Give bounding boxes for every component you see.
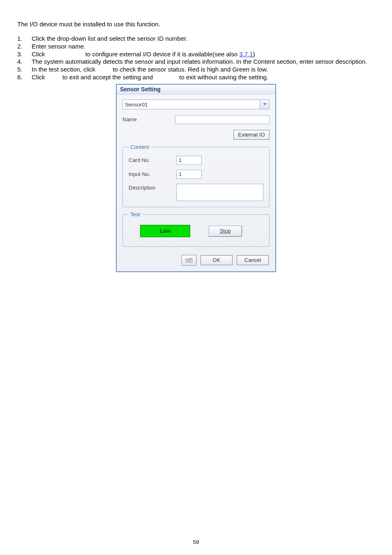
test-group: Test Low Stop: [122, 211, 270, 247]
step-number: 3.: [17, 51, 32, 58]
step-number: 5.: [17, 66, 32, 74]
test-legend: Test: [129, 211, 142, 217]
step-text-b: to check the sensor status. Red is high …: [111, 66, 268, 73]
step-text: Click to configure external I/O device i…: [32, 51, 375, 58]
cancel-button[interactable]: Cancel: [237, 255, 269, 265]
step-4: 4. The system automatically detects the …: [17, 58, 375, 66]
page-number: 59: [0, 539, 392, 545]
step-text-a: Click: [32, 74, 47, 81]
sensor-setting-dialog: Sensor Setting Sensor01 Name External IO: [116, 84, 276, 272]
content-legend: Content: [129, 144, 151, 150]
external-io-button[interactable]: External IO: [233, 130, 270, 140]
dropdown-button[interactable]: [260, 99, 270, 109]
step-text: Click the drop-down list and select the …: [32, 35, 375, 43]
input-no-value: 1: [176, 170, 202, 179]
card-no-value: 1: [176, 156, 202, 165]
step-5: 5. In the test section, click to check t…: [17, 66, 375, 74]
keyboard-icon: [185, 258, 193, 263]
step-text: Enter sensor name.: [32, 43, 375, 51]
step-3: 3. Click to configure external I/O devic…: [17, 51, 375, 58]
step-2: 2. Enter sensor name.: [17, 43, 375, 51]
dialog-title: Sensor Setting: [117, 85, 275, 95]
document-body: The I/O device must be installed to use …: [0, 0, 392, 272]
step-1: 1. Click the drop-down list and select t…: [17, 35, 375, 43]
step-text: Click to exit and accept the setting and…: [32, 74, 375, 81]
step-text-c: ): [253, 51, 255, 58]
input-no-label: Input No.: [129, 171, 176, 177]
intro-text: The I/O device must be installed to use …: [17, 21, 375, 28]
step-text-a: In the test section, click: [32, 66, 97, 73]
ok-button[interactable]: OK: [201, 255, 233, 265]
step-number: 2.: [17, 43, 32, 51]
status-lamp: Low: [140, 225, 190, 237]
dialog-figure: Sensor Setting Sensor01 Name External IO: [17, 84, 375, 272]
step-number: 4.: [17, 58, 32, 66]
step-text-b: to configure external I/O device if it i…: [84, 51, 240, 58]
step-number: 6.: [17, 74, 32, 81]
test-inner: Low Stop: [129, 223, 263, 240]
description-row: Description: [129, 184, 263, 201]
step-number: 1.: [17, 35, 32, 43]
step-text-b: to exit and accept the setting and: [61, 74, 155, 81]
input-no-row: Input No. 1: [129, 170, 263, 179]
step-text-a: Click: [32, 51, 47, 58]
on-screen-keyboard-button[interactable]: [182, 255, 196, 266]
svg-rect-0: [185, 259, 193, 263]
step-text-c: to exit without saving the setting.: [178, 74, 268, 81]
name-input[interactable]: [175, 115, 270, 124]
cross-reference-link[interactable]: 3.7.1: [239, 51, 253, 58]
name-row: Name: [122, 115, 270, 124]
step-text: The system automatically detects the sen…: [32, 58, 375, 66]
content-group: Content Card No. 1 Input No. 1 Descripti…: [122, 144, 270, 207]
card-no-row: Card No. 1: [129, 156, 263, 165]
description-label: Description: [129, 184, 176, 191]
description-input[interactable]: [176, 184, 263, 201]
stop-button[interactable]: Stop: [208, 225, 242, 237]
dialog-footer: OK Cancel: [122, 249, 270, 266]
external-io-row: External IO: [122, 130, 270, 140]
step-text: In the test section, click to check the …: [32, 66, 375, 74]
chevron-down-icon: [263, 103, 267, 105]
card-no-label: Card No.: [129, 157, 176, 163]
dialog-body: Sensor01 Name External IO Content Card N…: [117, 95, 275, 271]
sensor-id-dropdown[interactable]: Sensor01: [122, 99, 270, 109]
stop-button-wrap: Stop: [208, 225, 242, 237]
step-6: 6. Click to exit and accept the setting …: [17, 74, 375, 81]
name-label: Name: [122, 116, 175, 123]
step-list: 1. Click the drop-down list and select t…: [17, 35, 375, 81]
sensor-id-value: Sensor01: [122, 99, 260, 109]
